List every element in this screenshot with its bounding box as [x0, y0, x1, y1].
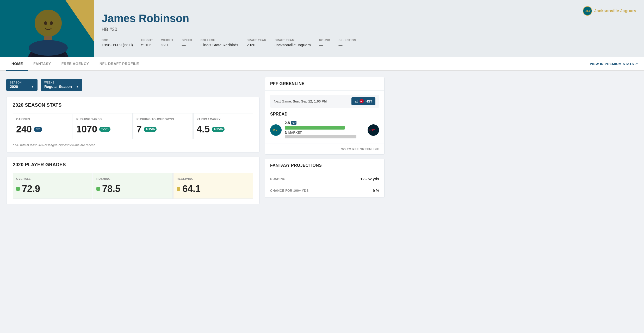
- grade-receiving: RECEIVING 64.1: [173, 173, 253, 199]
- player-header: 30 James Robinson HB #30 DOB 1998-08-09 …: [0, 0, 644, 57]
- pff-spread-row: 2.8 PFF: [285, 121, 364, 125]
- season-stats-title: 2020 SEASON STATS: [13, 103, 253, 108]
- stat-rushing-tds: RUSHING TOUCHDOWNS 7 T-15th: [133, 113, 193, 139]
- meta-weight: WEIGHT 220: [161, 39, 174, 47]
- fantasy-projections-card: FANTASY PROJECTIONS RUSHING 12 - 52 yds …: [265, 159, 385, 198]
- meta-dob: DOB 1998-08-09 (23.0): [102, 39, 133, 47]
- spread-row: JAX 2.8 PFF: [270, 121, 379, 139]
- receiving-grade-dot: [177, 187, 180, 191]
- greenline-footer: GO TO PFF GREENLINE: [265, 144, 384, 154]
- grade-rushing: RUSHING 78.5: [93, 173, 173, 199]
- filters-bar: SEASON 2020 ▼ WEEKS Regular Season ▼: [6, 77, 259, 93]
- season-chevron-icon: ▼: [31, 85, 34, 88]
- premium-stats-link[interactable]: VIEW IN PREMIUM STATS ↗: [590, 62, 638, 66]
- weeks-dropdown[interactable]: WEEKS Regular Season ▼: [41, 79, 82, 91]
- player-meta: DOB 1998-08-09 (23.0) HEIGHT 5' 10" WEIG…: [102, 39, 636, 47]
- overall-grade-dot: [16, 187, 20, 191]
- jaguars-logo-icon: JAX: [583, 6, 592, 16]
- svg-point-9: [50, 21, 53, 25]
- player-grades-title: 2020 PLAYER GRADES: [13, 162, 253, 168]
- texans-logo-icon: TX: [359, 99, 364, 104]
- stat-carries: CARRIES 240 6th: [13, 113, 72, 139]
- spread-title: SPREAD: [270, 112, 379, 117]
- spread-bars: 2.8 PFF 3 MARKET: [285, 121, 364, 139]
- main-content: SEASON 2020 ▼ WEEKS Regular Season ▼ 202…: [0, 71, 391, 210]
- fantasy-chance-row: CHANCE FOR 100+ YDS 9 %: [265, 185, 384, 196]
- svg-text:JAX: JAX: [272, 129, 277, 132]
- go-greenline-link[interactable]: GO TO PFF GREENLINE: [341, 148, 379, 151]
- texans-spread-logo: HST: [368, 124, 379, 136]
- stats-grid: CARRIES 240 6th RUSHING YARDS 1070 T-5th…: [13, 113, 253, 139]
- texans-spread-icon: HST: [368, 125, 379, 135]
- external-link-icon: ↗: [635, 62, 638, 66]
- opponent-badge: at TX HST: [351, 97, 375, 105]
- tab-nfl-draft-profile[interactable]: NFL DRAFT PROFILE: [94, 57, 144, 71]
- player-photo-svg: 30: [0, 0, 94, 57]
- team-name[interactable]: Jacksonville Jaguars: [594, 9, 636, 13]
- fantasy-projections-title: FANTASY PROJECTIONS: [265, 159, 384, 172]
- meta-selection: SELECTION —: [338, 39, 356, 47]
- svg-point-8: [44, 21, 47, 25]
- team-badge[interactable]: JAX Jacksonville Jaguars: [583, 6, 636, 16]
- player-photo-area: 30: [0, 0, 94, 57]
- left-column: SEASON 2020 ▼ WEEKS Regular Season ▼ 202…: [6, 77, 259, 204]
- market-spread-row: 3 MARKET: [285, 131, 364, 135]
- season-dropdown[interactable]: SEASON 2020 ▼: [6, 79, 38, 91]
- pff-logo-icon: PFF: [291, 121, 296, 125]
- stats-note: * HB with at least 20% of league-highest…: [13, 143, 253, 147]
- svg-point-3: [35, 10, 62, 37]
- fantasy-body: RUSHING 12 - 52 yds CHANCE FOR 100+ YDS …: [265, 172, 384, 197]
- carries-rank: 6th: [34, 127, 42, 132]
- season-stats-card: 2020 SEASON STATS CARRIES 240 6th RUSHIN…: [6, 97, 259, 152]
- yards-carry-rank: T-25th: [212, 127, 225, 132]
- tab-fantasy[interactable]: FANTASY: [28, 57, 56, 71]
- next-game-row: Next Game: Sun, Sep 12, 1:00 PM at TX HS…: [270, 95, 379, 108]
- stat-rushing-yards: RUSHING YARDS 1070 T-5th: [73, 113, 133, 139]
- player-position: HB #30: [102, 27, 636, 32]
- meta-draft-team: DRAFT TEAM Jacksonville Jaguars: [275, 39, 311, 47]
- tab-home[interactable]: HOME: [6, 57, 28, 71]
- right-column: PFF GREENLINE Next Game: Sun, Sep 12, 1:…: [265, 77, 385, 204]
- svg-text:PFF: PFF: [292, 122, 296, 124]
- pff-spread-bar: [285, 126, 364, 130]
- grade-overall: OVERALL 72.9: [13, 173, 92, 199]
- meta-height: HEIGHT 5' 10": [141, 39, 153, 47]
- rushing-tds-rank: T-15th: [144, 127, 157, 132]
- svg-point-7: [29, 40, 68, 56]
- weeks-chevron-icon: ▼: [76, 85, 79, 88]
- svg-text:JAX: JAX: [585, 10, 591, 13]
- player-name: James Robinson: [102, 12, 636, 24]
- jaguars-spread-icon: JAX: [271, 125, 281, 135]
- svg-text:TX: TX: [360, 101, 362, 103]
- greenline-body: Next Game: Sun, Sep 12, 1:00 PM at TX HS…: [265, 91, 384, 144]
- rushing-yards-rank: T-5th: [99, 127, 110, 132]
- pff-greenline-card: PFF GREENLINE Next Game: Sun, Sep 12, 1:…: [265, 77, 385, 155]
- tab-free-agency[interactable]: FREE AGENCY: [56, 57, 94, 71]
- rushing-grade-dot: [96, 187, 100, 191]
- jaguars-spread-logo: JAX: [270, 124, 282, 136]
- grades-grid: OVERALL 72.9 RUSHING 78.5 RECEIVING: [13, 173, 253, 199]
- fantasy-rushing-row: RUSHING 12 - 52 yds: [265, 173, 384, 185]
- at-label: at: [355, 99, 358, 103]
- market-spread-bar: [285, 135, 364, 138]
- meta-college: COLLEGE Illinois State Redbirds: [200, 39, 238, 47]
- meta-round: ROUND —: [319, 39, 330, 47]
- meta-draft-year: DRAFT YEAR 2020: [247, 39, 267, 47]
- svg-text:HST: HST: [369, 129, 375, 132]
- player-info: James Robinson HB #30 DOB 1998-08-09 (23…: [94, 0, 644, 57]
- player-grades-card: 2020 PLAYER GRADES OVERALL 72.9 RUSHING …: [6, 157, 259, 204]
- stat-yards-carry: YARDS / CARRY 4.5 T-25th: [193, 113, 253, 139]
- meta-speed: SPEED —: [182, 39, 192, 47]
- nav-tabs: HOME FANTASY FREE AGENCY NFL DRAFT PROFI…: [0, 57, 644, 71]
- next-game-label: Next Game: Sun, Sep 12, 1:00 PM: [274, 99, 327, 103]
- greenline-title: PFF GREENLINE: [265, 77, 384, 91]
